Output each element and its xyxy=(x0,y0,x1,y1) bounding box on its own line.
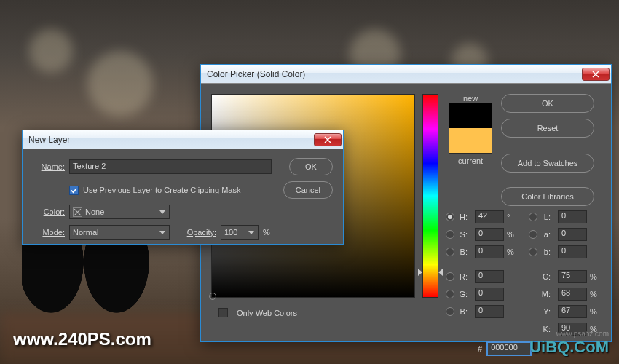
r-label: R: xyxy=(457,272,468,281)
b-rgb-radio[interactable] xyxy=(446,307,454,316)
new-layer-titlebar[interactable]: New Layer xyxy=(23,130,343,149)
a-radio[interactable] xyxy=(529,230,537,239)
m-unit: % xyxy=(590,290,599,298)
l-label: L: xyxy=(540,213,551,221)
current-color-label: current xyxy=(458,157,483,165)
y-label: Y: xyxy=(529,307,551,316)
b-hsb-radio[interactable] xyxy=(446,248,454,256)
clipping-mask-checkbox[interactable] xyxy=(69,186,79,195)
y-input[interactable]: 67 xyxy=(558,305,587,318)
color-libraries-button[interactable]: Color Libraries xyxy=(501,187,594,206)
h-radio[interactable] xyxy=(446,213,454,221)
close-icon xyxy=(592,71,599,78)
sv-cursor xyxy=(209,293,216,300)
h-input[interactable]: 42 xyxy=(475,210,504,223)
l-input[interactable]: 0 xyxy=(558,210,587,223)
s-radio[interactable] xyxy=(446,230,454,239)
a-label: a: xyxy=(540,230,551,239)
opacity-unit: % xyxy=(263,228,270,237)
color-label: Color: xyxy=(33,207,65,216)
b-hsb-input[interactable]: 0 xyxy=(475,245,504,258)
new-color-swatch xyxy=(449,103,492,128)
b-rgb-label: B: xyxy=(457,307,468,316)
b-lab-label: b: xyxy=(540,248,551,256)
h-unit: ° xyxy=(507,213,516,221)
r-input[interactable]: 0 xyxy=(475,270,504,283)
b-rgb-input[interactable]: 0 xyxy=(475,305,504,318)
new-layer-dialog: New Layer Name: Texture 2 OK Use Previou… xyxy=(22,130,344,245)
hex-label: # xyxy=(478,344,482,353)
g-label: G: xyxy=(457,290,468,298)
opacity-label: Opacity: xyxy=(174,228,216,237)
k-label: K: xyxy=(529,325,551,333)
new-layer-title: New Layer xyxy=(28,135,70,145)
reset-button[interactable]: Reset xyxy=(501,119,594,138)
none-swatch-icon xyxy=(73,207,82,217)
add-to-swatches-button[interactable]: Add to Swatches xyxy=(501,154,594,173)
ok-button[interactable]: OK xyxy=(501,94,594,113)
cancel-button[interactable]: Cancel xyxy=(283,181,333,199)
current-color-swatch[interactable] xyxy=(449,128,492,153)
l-radio[interactable] xyxy=(529,213,537,221)
s-input[interactable]: 0 xyxy=(475,228,504,241)
c-input[interactable]: 75 xyxy=(558,270,587,283)
opacity-input[interactable]: 100 xyxy=(221,225,259,240)
mode-select[interactable]: Normal xyxy=(69,225,170,240)
m-input[interactable]: 68 xyxy=(558,288,587,301)
s-unit: % xyxy=(507,230,516,239)
color-swatch-preview xyxy=(449,103,492,154)
close-icon xyxy=(324,136,331,143)
clipping-mask-label[interactable]: Use Previous Layer to Create Clipping Ma… xyxy=(83,186,240,194)
hue-slider[interactable] xyxy=(422,94,438,298)
only-web-colors-label: Only Web Colors xyxy=(237,309,297,317)
hue-pointer xyxy=(418,269,443,276)
color-select[interactable]: None xyxy=(69,205,170,219)
only-web-colors-checkbox[interactable] xyxy=(218,308,228,317)
y-unit: % xyxy=(590,307,599,316)
watermark-main: www.240PS.com xyxy=(13,329,151,349)
color-picker-title: Color Picker (Solid Color) xyxy=(207,69,305,79)
watermark-logo: UiBQ.CoM xyxy=(529,338,609,357)
ok-button[interactable]: OK xyxy=(289,158,333,175)
close-button[interactable] xyxy=(314,133,342,146)
c-unit: % xyxy=(590,272,599,281)
g-input[interactable]: 0 xyxy=(475,288,504,301)
name-input[interactable]: Texture 2 xyxy=(69,159,272,174)
color-picker-titlebar[interactable]: Color Picker (Solid Color) xyxy=(201,65,611,84)
h-label: H: xyxy=(457,213,468,221)
a-input[interactable]: 0 xyxy=(558,228,587,241)
watermark-sub: www.psahz.com xyxy=(556,330,609,338)
r-radio[interactable] xyxy=(446,272,454,281)
b-lab-radio[interactable] xyxy=(529,248,537,256)
close-button[interactable] xyxy=(582,68,610,81)
g-radio[interactable] xyxy=(446,290,454,298)
b-hsb-label: B: xyxy=(457,248,468,256)
s-label: S: xyxy=(457,230,468,239)
check-icon xyxy=(71,187,77,194)
c-label: C: xyxy=(529,272,551,281)
hex-input[interactable]: 000000 xyxy=(486,341,532,356)
b-lab-input[interactable]: 0 xyxy=(558,245,587,258)
m-label: M: xyxy=(529,290,551,298)
new-color-label: new xyxy=(463,94,478,103)
name-label: Name: xyxy=(33,162,65,171)
mode-label: Mode: xyxy=(33,228,65,237)
b-hsb-unit: % xyxy=(507,248,516,256)
